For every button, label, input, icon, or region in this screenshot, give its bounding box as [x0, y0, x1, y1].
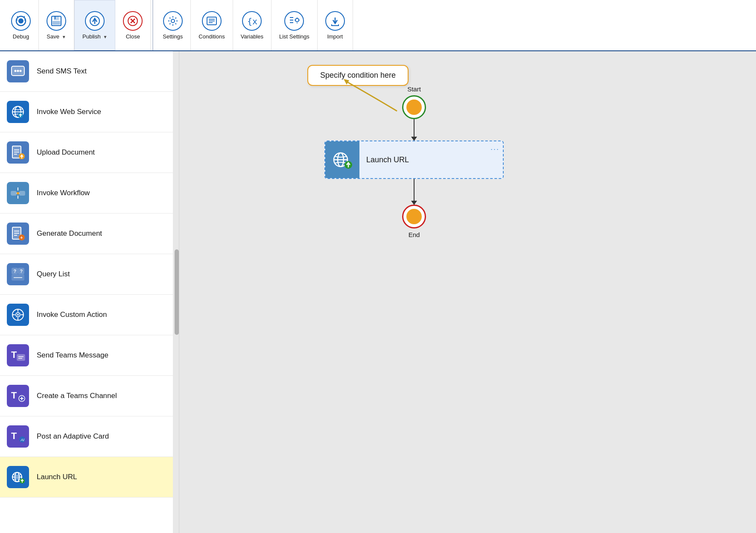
scrollbar-track[interactable]	[173, 51, 179, 533]
list-item[interactable]: T Send Teams Message	[0, 335, 179, 376]
import-button[interactable]: Import	[318, 0, 353, 50]
list-settings-button[interactable]: List Settings	[271, 0, 318, 50]
debug-label: Debug	[13, 33, 29, 40]
import-icon	[325, 11, 345, 31]
variables-icon: {x}	[242, 11, 262, 31]
start-inner	[406, 100, 422, 115]
action-node-menu[interactable]: ···	[490, 145, 499, 154]
list-item[interactable]: Invoke Workflow	[0, 173, 179, 214]
list-item[interactable]: T Create a Teams Channel	[0, 376, 179, 416]
main-content: ▲ Send SMS Text	[0, 51, 756, 533]
arrow-2	[411, 201, 417, 205]
close-label: Close	[126, 33, 140, 40]
svg-text:{x}: {x}	[247, 16, 258, 26]
svg-point-63	[17, 314, 19, 316]
toolbar: Debug Save ▼ Publish ▼	[0, 0, 756, 51]
list-item[interactable]: Upload Document	[0, 132, 179, 173]
conditions-icon	[202, 11, 222, 31]
end-inner	[406, 209, 422, 224]
upload-document-icon	[7, 141, 29, 164]
save-button[interactable]: Save ▼	[39, 0, 74, 50]
connector-1	[414, 119, 414, 141]
svg-text:?: ?	[20, 269, 23, 274]
flow-diagram: Start	[324, 85, 504, 241]
svg-point-15	[171, 19, 175, 23]
end-node[interactable]	[402, 205, 426, 228]
canvas[interactable]: Specify condition here Start	[179, 51, 756, 533]
action-node-text: Launch URL	[359, 155, 503, 164]
list-settings-label: List Settings	[279, 33, 309, 40]
publish-button[interactable]: Publish ▼	[74, 0, 115, 50]
svg-rect-8	[53, 21, 60, 25]
save-label: Save ▼	[47, 33, 66, 40]
create-teams-channel-icon: T	[7, 385, 29, 407]
query-list-label: Query List	[37, 270, 70, 278]
invoke-custom-action-label: Invoke Custom Action	[37, 310, 107, 319]
debug-icon	[11, 11, 31, 31]
action-node-launch-url-icon	[325, 141, 359, 179]
list-item[interactable]: Launch URL	[0, 457, 179, 498]
svg-text:AI: AI	[20, 438, 25, 442]
start-node[interactable]	[402, 95, 426, 119]
settings-icon	[163, 11, 183, 31]
post-adaptive-card-icon: T AI	[7, 425, 29, 448]
svg-text:+: +	[20, 235, 23, 240]
invoke-web-service-label: Invoke Web Service	[37, 108, 101, 116]
end-label: End	[409, 231, 420, 238]
svg-point-25	[15, 70, 17, 72]
list-item[interactable]: Invoke Custom Action	[0, 295, 179, 335]
launch-url-label: Launch URL	[37, 473, 77, 481]
svg-point-43	[17, 192, 19, 195]
settings-label: Settings	[163, 33, 183, 40]
list-item[interactable]: Invoke Web Service	[0, 92, 179, 132]
publish-icon	[85, 11, 105, 31]
close-button[interactable]: Close	[115, 0, 151, 50]
upload-document-label: Upload Document	[37, 148, 95, 157]
publish-label: Publish ▼	[82, 33, 107, 40]
svg-rect-40	[11, 191, 16, 195]
svg-point-26	[17, 70, 19, 72]
invoke-web-service-icon	[7, 101, 29, 123]
start-label: Start	[407, 85, 421, 93]
start-node-wrapper: Start	[402, 85, 426, 119]
invoke-workflow-label: Invoke Workflow	[37, 189, 90, 197]
list-item[interactable]: Send SMS Text	[0, 51, 179, 92]
conditions-label: Conditions	[198, 33, 225, 40]
save-icon	[47, 11, 66, 31]
generate-document-icon: +	[7, 223, 29, 245]
list-item[interactable]: ? ? Query List	[0, 254, 179, 295]
svg-point-1	[18, 18, 23, 23]
create-teams-channel-label: Create a Teams Channel	[37, 392, 117, 400]
import-label: Import	[327, 33, 343, 40]
query-list-icon: ? ?	[7, 263, 29, 285]
svg-rect-41	[20, 191, 25, 195]
svg-text:T: T	[11, 430, 17, 441]
svg-point-21	[295, 18, 299, 22]
svg-rect-65	[17, 354, 25, 360]
connector-2	[414, 179, 414, 205]
close-icon	[123, 11, 143, 31]
settings-button[interactable]: Settings	[155, 0, 191, 50]
left-panel: ▲ Send SMS Text	[0, 51, 179, 533]
svg-rect-9	[55, 17, 55, 19]
svg-text:T: T	[11, 349, 17, 360]
svg-point-27	[20, 70, 22, 72]
invoke-workflow-icon	[7, 182, 29, 204]
send-teams-message-label: Send Teams Message	[37, 351, 108, 360]
svg-marker-80	[344, 79, 349, 85]
list-item[interactable]: T AI Post an Adaptive Card	[0, 416, 179, 457]
list-settings-icon	[284, 11, 304, 31]
debug-button[interactable]: Debug	[3, 0, 39, 50]
send-sms-icon	[7, 60, 29, 82]
action-node-launch-url[interactable]: Launch URL ···	[324, 141, 504, 179]
svg-rect-7	[54, 16, 59, 20]
end-node-wrapper: End	[402, 205, 426, 241]
send-sms-label: Send SMS Text	[37, 67, 87, 76]
invoke-custom-action-icon	[7, 304, 29, 326]
conditions-button[interactable]: Conditions	[191, 0, 233, 50]
variables-button[interactable]: {x} Variables	[233, 0, 271, 50]
post-adaptive-card-label: Post an Adaptive Card	[37, 432, 109, 441]
launch-url-icon	[7, 466, 29, 488]
list-item[interactable]: + Generate Document	[0, 214, 179, 254]
scrollbar-thumb[interactable]	[175, 249, 179, 335]
